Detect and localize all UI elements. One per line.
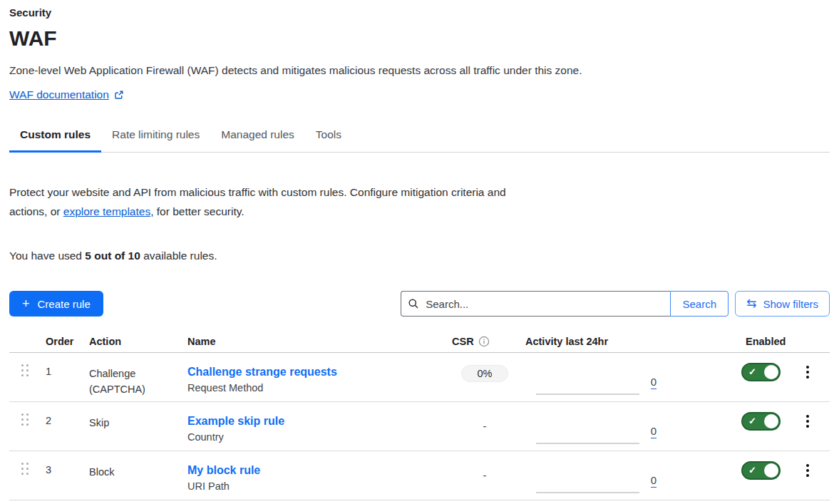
activity-sparkline [536, 492, 639, 493]
check-icon: ✓ [748, 416, 756, 426]
table-header: Order Action Name CSR Activity last 24hr… [9, 330, 830, 353]
search-icon [408, 298, 419, 309]
rule-field: Request Method [187, 380, 449, 396]
tab-bar: Custom rules Rate limiting rules Managed… [9, 123, 830, 153]
check-icon: ✓ [748, 465, 756, 475]
page-title: WAF [9, 26, 830, 51]
rules-table: Order Action Name CSR Activity last 24hr… [9, 330, 830, 500]
rules-usage-text: You have used 5 out of 10 available rule… [9, 249, 830, 263]
rule-action: Challenge (CAPTCHA) [88, 353, 187, 401]
column-header-order: Order [45, 336, 88, 347]
rule-name-link[interactable]: Example skip rule [187, 415, 284, 427]
activity-sparkline [536, 443, 639, 444]
enabled-toggle[interactable]: ✓ [741, 363, 781, 381]
swap-arrows-icon: ⇆ [746, 297, 756, 309]
rule-name-cell: My block ruleURI Path [187, 451, 449, 500]
rule-action: Skip [88, 402, 187, 451]
column-header-enabled: Enabled [674, 336, 798, 347]
external-link-icon [114, 90, 124, 100]
tab-managed-rules[interactable]: Managed rules [210, 123, 305, 153]
csr-value: - [483, 421, 487, 432]
plus-icon: + [22, 297, 30, 310]
rule-name-cell: Example skip ruleCountry [187, 402, 449, 451]
search-group: Search [401, 291, 729, 317]
enabled-toggle[interactable]: ✓ [741, 412, 781, 431]
check-icon: ✓ [748, 366, 756, 377]
rule-field: URI Path [187, 478, 449, 495]
page-description: Zone-level Web Application Firewall (WAF… [9, 63, 830, 78]
csr-badge: 0% [461, 365, 508, 382]
column-header-activity: Activity last 24hr [520, 336, 674, 347]
rule-order: 3 [45, 451, 88, 500]
rule-order: 1 [45, 353, 88, 401]
column-header-name: Name [187, 336, 449, 347]
toggle-knob [764, 463, 778, 478]
csr-value: - [483, 470, 487, 481]
kebab-menu-icon[interactable] [805, 463, 815, 478]
rules-toolbar: +Create rule Search ⇆Show filters [9, 291, 830, 317]
rule-name-cell: Challenge strange requestsRequest Method [187, 353, 449, 401]
kebab-menu-icon[interactable] [805, 413, 815, 429]
tab-tools[interactable]: Tools [305, 123, 352, 153]
activity-count-link[interactable]: 0 [651, 375, 657, 389]
table-row: 3 Block My block ruleURI Path - 0 ✓ [9, 451, 830, 500]
column-header-csr: CSR [449, 336, 520, 347]
table-row: 1 Challenge (CAPTCHA) Challenge strange … [9, 353, 830, 402]
rules-usage-count: 5 out of 10 [85, 250, 140, 262]
enabled-toggle[interactable]: ✓ [741, 461, 781, 480]
waf-documentation-link[interactable]: WAF documentation [9, 88, 124, 101]
show-filters-button[interactable]: ⇆Show filters [735, 291, 830, 317]
kebab-menu-icon[interactable] [805, 364, 815, 380]
create-rule-button[interactable]: +Create rule [9, 291, 103, 317]
drag-handle-icon[interactable] [21, 364, 30, 376]
activity-count-link[interactable]: 0 [651, 473, 657, 488]
toggle-knob [764, 414, 778, 428]
activity-count-link[interactable]: 0 [651, 424, 657, 438]
rule-name-link[interactable]: Challenge strange requests [187, 366, 337, 378]
tab-custom-rules[interactable]: Custom rules [9, 123, 101, 153]
waf-page: Security WAF Zone-level Web Application … [0, 0, 839, 500]
toggle-knob [764, 365, 778, 379]
rule-field: Country [187, 429, 449, 446]
drag-handle-icon[interactable] [21, 463, 30, 475]
breadcrumb: Security [9, 6, 830, 20]
column-header-action: Action [88, 336, 187, 347]
activity-sparkline [536, 394, 639, 395]
rule-name-link[interactable]: My block rule [187, 464, 260, 476]
tab-rate-limiting-rules[interactable]: Rate limiting rules [101, 123, 210, 153]
explore-templates-link[interactable]: explore templates [63, 205, 150, 217]
drag-handle-icon[interactable] [21, 413, 30, 426]
rule-order: 2 [45, 402, 88, 451]
info-icon[interactable] [478, 336, 490, 347]
tab-intro-text: Protect your website and API from malici… [9, 182, 542, 221]
rule-action: Block [88, 451, 187, 500]
search-input[interactable] [401, 291, 670, 317]
search-button[interactable]: Search [670, 291, 729, 317]
table-row: 2 Skip Example skip ruleCountry - 0 ✓ [9, 402, 830, 451]
